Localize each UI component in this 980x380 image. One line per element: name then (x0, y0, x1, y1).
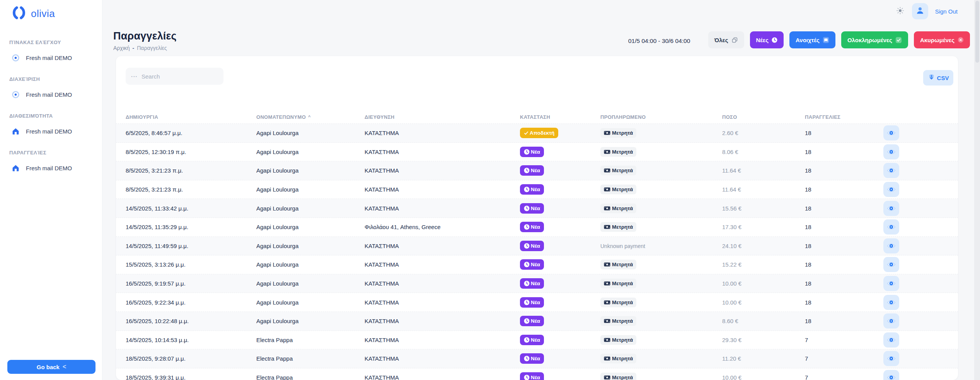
status-label: Νέα (531, 243, 540, 249)
banknote-icon (604, 149, 610, 154)
sign-out-link[interactable]: Sign Out (935, 8, 958, 15)
view-order-button[interactable] (883, 295, 899, 310)
view-order-button[interactable] (883, 276, 899, 291)
cell-actions (883, 219, 958, 235)
eye-icon (887, 299, 896, 306)
scrollbar-thumb[interactable] (975, 1, 979, 63)
sidebar-item-label: Fresh mail DEMO (26, 165, 72, 171)
status-label: Αποδεκτή (530, 130, 554, 136)
table-row: 14/5/2025, 11:49:59 μ.μ.Agapi LoulourgaΚ… (116, 237, 958, 256)
cell-address: ΚΑΤΑΣΤΗΜΑ (365, 280, 520, 287)
view-order-button[interactable] (883, 219, 899, 235)
payment-badge-cash: Μετρητά (600, 335, 636, 345)
payment-badge-cash: Μετρητά (600, 260, 636, 269)
filter-button-completed[interactable]: Ολοκληρωμένες (841, 31, 908, 48)
cell-actions (883, 276, 958, 291)
cell-creation: 14/5/2025, 11:35:29 μ.μ. (126, 224, 256, 230)
date-range[interactable]: 01/5 04:00 - 30/6 04:00 (628, 38, 690, 45)
cell-status: Νέα (520, 241, 600, 251)
copy-icon (731, 37, 738, 43)
search-input[interactable] (141, 73, 207, 80)
filter-button-cancelled[interactable]: Ακυρωμένες (914, 31, 970, 48)
csv-export-button[interactable]: CSV (923, 70, 953, 86)
cell-payment: Μετρητά (600, 222, 722, 232)
cell-status: Νέα (520, 222, 600, 232)
status-label: Νέα (531, 149, 540, 155)
sidebar-section: ΠΊΝΑΚΑΣ ΕΛΈΓΧΟΥFresh mail DEMO (0, 39, 102, 62)
go-back-button[interactable]: Go back < (7, 360, 95, 374)
eye-icon (887, 149, 896, 155)
filter-button-open[interactable]: Ανοιχτές (789, 31, 835, 48)
eye-icon (887, 280, 896, 287)
cell-actions (883, 238, 958, 253)
status-badge-new: Νέα (520, 184, 544, 195)
sort-asc-icon: ^ (308, 115, 311, 119)
status-badge-new: Νέα (520, 297, 544, 308)
cell-amount: 8.06 € (722, 149, 805, 155)
cell-actions (883, 257, 958, 272)
column-header-1[interactable]: ΔΗΜΙΟΥΡΓΙΑ (126, 114, 256, 120)
cell-status: Νέα (520, 278, 600, 289)
view-order-button[interactable] (883, 201, 899, 216)
cell-status: Νέα (520, 147, 600, 157)
cell-creation: 18/5/2025, 9:39:31 μ.μ. (126, 374, 256, 380)
banknote-icon (604, 130, 610, 135)
breadcrumb-home[interactable]: Αρχική (113, 45, 130, 51)
sidebar-section: ΔΙΑΘΕΣΙΜΌΤΗΤΑFresh mail DEMO (0, 113, 102, 135)
page-scrollbar[interactable] (974, 0, 980, 380)
cell-creation: 8/5/2025, 12:30:19 π.μ. (126, 149, 256, 155)
filter-button-new[interactable]: Νέες (750, 31, 784, 48)
table-row: 15/5/2025, 3:13:26 μ.μ.Agapi LoulourgaΚΑ… (116, 255, 958, 274)
sidebar-item-διαχείριση[interactable]: Fresh mail DEMO (9, 91, 93, 99)
column-header-2[interactable]: ΟΝΟΜΑΤΕΠΩΝΥΜΟ^ (256, 114, 365, 120)
column-header-5[interactable]: ΠΡΟΠΛΗΡΩΜΕΝΟ (600, 114, 722, 120)
filter-button-all[interactable]: Όλες (708, 31, 744, 48)
app-logo[interactable]: olivia (12, 5, 55, 22)
view-order-button[interactable] (883, 313, 899, 329)
status-label: Νέα (531, 375, 540, 380)
cell-name: Agapi Loulourga (256, 186, 365, 193)
payment-badge-cash: Μετρητά (600, 204, 636, 213)
column-header-6[interactable]: ΠΟΣΟ (722, 114, 805, 120)
avatar[interactable] (912, 3, 928, 19)
payment-label: Μετρητά (612, 281, 633, 286)
cell-actions (883, 332, 958, 347)
view-order-button[interactable] (883, 351, 899, 366)
page-title: Παραγγελίες (113, 30, 177, 42)
column-header-7[interactable]: ΠΑΡΑΓΓΕΛΙΕΣ (805, 114, 883, 120)
view-order-button[interactable] (883, 332, 899, 347)
column-header-4[interactable]: ΚΑΤΑΣΤΑΣΗ (520, 114, 600, 120)
breadcrumb: Αρχική - Παραγγελίες (113, 45, 177, 51)
status-badge-new: Νέα (520, 147, 544, 157)
cell-creation: 6/5/2025, 8:46:57 μ.μ. (126, 130, 256, 136)
theme-toggle-button[interactable] (896, 7, 905, 16)
sidebar-section-label: ΠΊΝΑΚΑΣ ΕΛΈΓΧΟΥ (9, 39, 93, 45)
view-order-button[interactable] (883, 125, 899, 140)
column-header-3[interactable]: ΔΙΕΥΘΥΝΣΗ (365, 114, 520, 120)
sidebar-item-διαθεσιμότητα[interactable]: Fresh mail DEMO (9, 127, 93, 135)
payment-label: Μετρητά (612, 224, 633, 230)
sidebar-section-label: ΔΙΑΧΕΊΡΙΣΗ (9, 76, 93, 82)
eye-icon (887, 243, 896, 249)
view-order-button[interactable] (883, 163, 899, 178)
payment-badge-cash: Μετρητά (600, 316, 636, 326)
status-badge-new: Νέα (520, 278, 544, 289)
sidebar-item-πίνακας ελέγχου[interactable]: Fresh mail DEMO (9, 54, 93, 62)
sidebar-item-παραγγελίες[interactable]: Fresh mail DEMO (9, 164, 93, 172)
eye-icon (887, 261, 896, 268)
cell-actions (883, 370, 958, 380)
cell-name: Agapi Loulourga (256, 299, 365, 306)
cell-name: Agapi Loulourga (256, 205, 365, 212)
cell-payment: Μετρητά (600, 335, 722, 345)
sun-icon (896, 7, 904, 16)
view-order-button[interactable] (883, 370, 899, 380)
cell-status: Νέα (520, 372, 600, 380)
view-order-button[interactable] (883, 238, 899, 253)
table-row: 6/5/2025, 8:46:57 μ.μ.Agapi LoulourgaΚΑΤ… (116, 124, 958, 143)
search-box[interactable]: ... (126, 68, 223, 85)
filter-label: Νέες (756, 37, 769, 43)
table-row: 14/5/2025, 11:33:42 μ.μ.Agapi LoulourgaΚ… (116, 199, 958, 218)
view-order-button[interactable] (883, 144, 899, 159)
view-order-button[interactable] (883, 257, 899, 272)
view-order-button[interactable] (883, 182, 899, 197)
